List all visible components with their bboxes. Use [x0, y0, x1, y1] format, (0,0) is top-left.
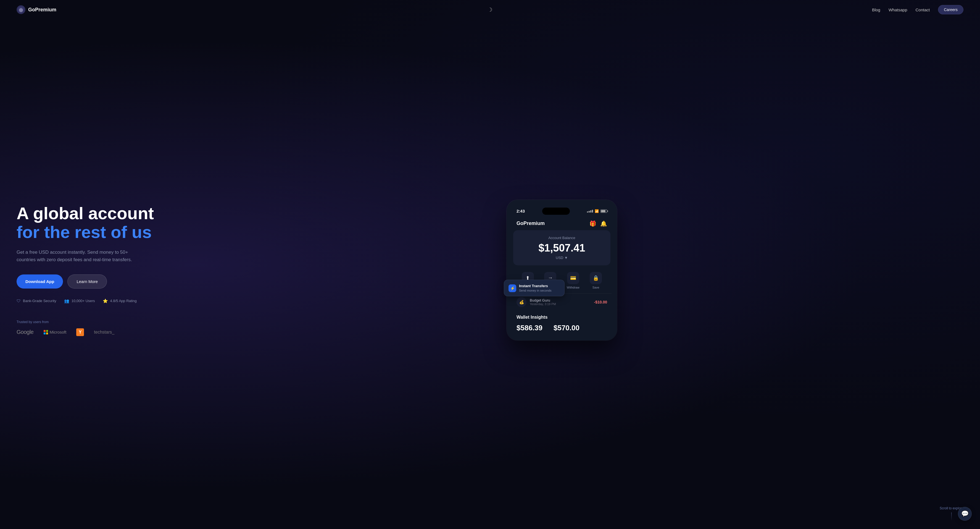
microsoft-text: Microsoft: [50, 330, 67, 335]
transaction-left: 💰 Budget Guru Yesterday, 3:19 PM: [517, 297, 556, 307]
whatsapp-fab[interactable]: 💬: [958, 507, 972, 521]
transaction-amount: -$10.00: [594, 300, 607, 304]
logo-icon: ◎: [17, 5, 25, 14]
tooltip-popup: ⚡ Instant Transfers Send money in second…: [504, 280, 565, 296]
balance-label: Account Balance: [519, 236, 605, 240]
hero-buttons: Download App Learn More: [17, 274, 160, 288]
signal-dot-1: [587, 212, 588, 212]
signal-dot-4: [592, 210, 593, 212]
badge-users-label: 10,000+ Users: [72, 299, 95, 303]
balance-amount: $1,507.41: [519, 242, 605, 254]
app-name: GoPremium: [517, 221, 545, 226]
phone-mockup: 2:43 📶: [507, 200, 617, 341]
badge-rating: ⭐ 4.8/5 App Rating: [103, 298, 137, 303]
download-app-button[interactable]: Download App: [17, 274, 63, 288]
signal-dot-3: [590, 210, 591, 212]
balance-card: Account Balance $1,507.41 USD ▼: [513, 230, 611, 265]
trusted-section: Trusted by users from Google Microsoft Y…: [17, 320, 160, 336]
ms-cell-red: [44, 330, 46, 332]
withdraw-label: Withdraw: [567, 286, 579, 289]
moon-icon[interactable]: ☽: [487, 6, 493, 13]
app-header-icons: 🎁 🔔: [589, 220, 607, 227]
transaction-name: Budget Guru: [530, 298, 556, 302]
microsoft-grid-icon: [44, 330, 48, 335]
phone-inner: 2:43 📶: [507, 200, 617, 341]
learn-more-button[interactable]: Learn More: [67, 274, 107, 288]
nav-center: ☽: [487, 6, 493, 13]
transaction-details: Budget Guru Yesterday, 3:19 PM: [530, 298, 556, 306]
app-header: GoPremium 🎁 🔔: [512, 218, 611, 230]
logo-google: Google: [17, 329, 34, 335]
signal-dot-2: [589, 211, 590, 212]
save-icon: 🔒: [590, 272, 602, 284]
logo-text: GoPremium: [28, 7, 56, 13]
tooltip-title: Instant Transfers: [519, 284, 551, 288]
signal-icon: [587, 210, 593, 212]
wi-amount-1: $586.39: [517, 323, 542, 332]
ms-cell-green: [46, 330, 48, 332]
battery-fill: [601, 210, 605, 212]
hero-title-line2: for the rest of us: [17, 223, 152, 242]
save-label: Save: [592, 286, 600, 289]
wallet-insights-title: Wallet Insights: [517, 315, 607, 320]
tooltip-content: Instant Transfers Send money in seconds: [519, 284, 551, 292]
logo-yc: Y: [76, 328, 84, 336]
hero-content: A global account for the rest of us Get …: [17, 204, 160, 336]
badge-security: 🛡 Bank-Grade Security: [17, 298, 56, 303]
tooltip-bolt-icon: ⚡: [509, 284, 516, 292]
bell-icon[interactable]: 🔔: [600, 220, 607, 227]
logo-microsoft: Microsoft: [44, 330, 67, 335]
battery-tip: [608, 210, 608, 212]
wi-amount-2: $570.00: [554, 323, 579, 332]
logo-techstars: techstars_: [94, 330, 115, 335]
hero-badges: 🛡 Bank-Grade Security 👥 10,000+ Users ⭐ …: [17, 298, 160, 303]
wallet-insights: Wallet Insights $586.39 $570.00: [512, 311, 611, 332]
badge-rating-label: 4.8/5 App Rating: [110, 299, 137, 303]
scroll-line: [951, 512, 951, 521]
nav-link-contact[interactable]: Contact: [916, 8, 930, 12]
hero-section: A global account for the rest of us Get …: [0, 0, 980, 529]
wallet-insights-amounts: $586.39 $570.00: [517, 323, 607, 332]
hero-title: A global account for the rest of us: [17, 204, 160, 242]
phone-time: 2:43: [517, 209, 525, 214]
security-icon: 🛡: [17, 298, 21, 303]
hero-subtitle: Get a free USD account instantly. Send m…: [17, 249, 138, 263]
nav-link-blog[interactable]: Blog: [872, 8, 880, 12]
trusted-logos: Google Microsoft Y techstars_: [17, 328, 160, 336]
hero-title-line1: A global account: [17, 204, 154, 223]
nav-link-whatsapp[interactable]: Whatsapp: [889, 8, 907, 12]
ms-cell-blue: [44, 333, 46, 335]
whatsapp-icon: 💬: [961, 510, 969, 517]
gift-icon[interactable]: 🎁: [589, 220, 597, 227]
withdraw-icon: 💳: [567, 272, 579, 284]
phone-status-icons: 📶: [587, 209, 607, 213]
action-withdraw[interactable]: 💳 Withdraw: [567, 272, 579, 289]
phone-notch: [542, 207, 570, 215]
careers-button[interactable]: Careers: [938, 5, 963, 14]
trusted-label: Trusted by users from: [17, 320, 160, 324]
navbar: ◎ GoPremium ☽ Blog Whatsapp Contact Care…: [0, 0, 980, 19]
tooltip-subtitle: Send money in seconds: [519, 289, 551, 292]
wifi-icon: 📶: [595, 209, 599, 213]
action-save[interactable]: 🔒 Save: [590, 272, 602, 289]
users-icon: 👥: [64, 298, 69, 303]
transaction-date: Yesterday, 3:19 PM: [530, 302, 556, 306]
phone-status-bar: 2:43 📶: [512, 206, 611, 218]
balance-currency: USD ▼: [519, 256, 605, 260]
hero-phone: 2:43 📶: [160, 200, 963, 341]
ms-cell-yellow: [46, 333, 48, 335]
badge-users: 👥 10,000+ Users: [64, 298, 95, 303]
star-icon: ⭐: [103, 298, 108, 303]
badge-security-label: Bank-Grade Security: [23, 299, 56, 303]
nav-links: Blog Whatsapp Contact Careers: [872, 5, 963, 14]
nav-logo[interactable]: ◎ GoPremium: [17, 5, 56, 14]
battery-icon: [600, 209, 607, 213]
transaction-icon: 💰: [517, 297, 527, 307]
